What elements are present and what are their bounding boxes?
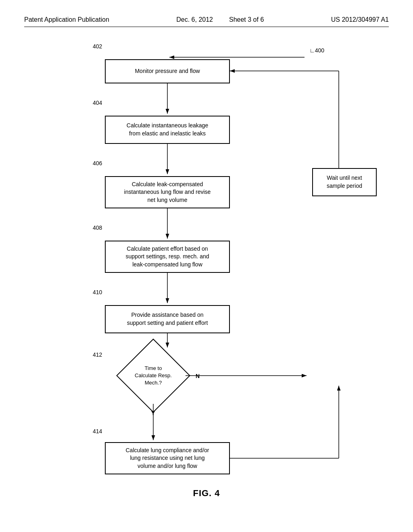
- label-410: 410: [93, 289, 102, 295]
- text-402: Monitor pressure and flow: [135, 67, 200, 75]
- diagram-area: ∟400 402 Monitor pressure and flow 404 C…: [24, 35, 389, 511]
- box-406: Calculate leak-compensated instantaneous…: [105, 176, 230, 208]
- text-408: Calculate patient effort based on suppor…: [126, 245, 209, 269]
- text-412: Time to Calculate Resp. Mech.?: [135, 365, 172, 387]
- box-404: Calculate instantaneous leakage from ela…: [105, 116, 230, 144]
- label-no: N: [196, 373, 200, 379]
- flow-arrows: [24, 35, 389, 511]
- box-408: Calculate patient effort based on suppor…: [105, 241, 230, 273]
- label-408: 408: [93, 224, 102, 231]
- box-wait: Wait until next sample period: [312, 168, 377, 196]
- label-402: 402: [93, 43, 102, 50]
- text-wait: Wait until next sample period: [327, 174, 362, 190]
- diamond-412: Time to Calculate Resp. Mech.?: [121, 347, 186, 404]
- box-410: Provide assistance based on support sett…: [105, 305, 230, 333]
- header-patent-number: US 2012/304997 A1: [331, 16, 389, 23]
- text-406: Calculate leak-compensated instantaneous…: [124, 181, 211, 204]
- start-label: ∟400: [309, 47, 324, 54]
- header-publication-label: Patent Application Publication: [24, 16, 109, 23]
- figure-caption: FIG. 4: [193, 488, 220, 499]
- text-410: Provide assistance based on support sett…: [127, 311, 208, 327]
- page: Patent Application Publication Dec. 6, 2…: [0, 0, 413, 532]
- box-414: Calculate lung compliance and/or lung re…: [105, 442, 230, 474]
- label-404: 404: [93, 100, 102, 106]
- label-406: 406: [93, 160, 102, 166]
- text-404: Calculate instantaneous leakage from ela…: [127, 122, 208, 137]
- text-414: Calculate lung compliance and/or lung re…: [125, 447, 209, 470]
- page-header: Patent Application Publication Dec. 6, 2…: [24, 16, 389, 27]
- label-414: 414: [93, 428, 102, 434]
- header-date: Dec. 6, 2012: [176, 16, 213, 23]
- header-sheet: Sheet 3 of 6: [229, 16, 264, 23]
- label-yes: Y: [151, 410, 155, 416]
- box-402: Monitor pressure and flow: [105, 59, 230, 83]
- label-412: 412: [93, 351, 102, 358]
